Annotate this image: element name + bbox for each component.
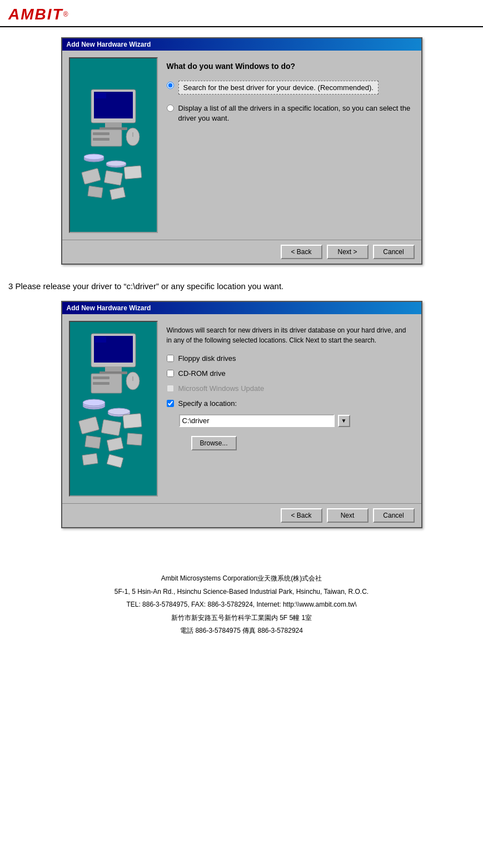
- footer-line-4: 新竹市新安路五号新竹科学工業園内 5F 5幢 1室: [0, 612, 483, 624]
- wizard-dialog-1: Add New Hardware Wizard: [61, 37, 422, 265]
- section-text: 3 Please release your driver to “c:\driv…: [8, 281, 475, 291]
- wizard-content-2: Windows will search for new drivers in i…: [165, 321, 415, 497]
- svg-rect-18: [124, 166, 142, 180]
- svg-rect-40: [84, 435, 101, 448]
- wizard-title-2: Add New Hardware Wizard: [67, 304, 151, 312]
- logo: AMBIT®: [8, 6, 475, 23]
- svg-point-15: [106, 161, 126, 166]
- wizard-titlebar-1: Add New Hardware Wizard: [62, 38, 421, 51]
- footer-line-3: TEL: 886-3-5784975, FAX: 886-3-5782924, …: [0, 599, 483, 611]
- section-description: 3 Please release your driver to “c:\driv…: [8, 281, 283, 291]
- checkbox-cdrom-input[interactable]: [167, 370, 174, 377]
- svg-rect-19: [87, 186, 102, 197]
- checkbox-cdrom: CD-ROM drive: [167, 369, 412, 378]
- back-button-1[interactable]: < Back: [281, 245, 322, 259]
- svg-rect-25: [105, 367, 122, 371]
- svg-point-13: [84, 154, 104, 160]
- svg-rect-29: [93, 382, 109, 385]
- svg-rect-28: [93, 376, 109, 379]
- svg-rect-8: [93, 138, 109, 141]
- wizard-footer-2: < Back Next Cancel: [62, 503, 421, 527]
- svg-point-34: [83, 399, 105, 406]
- footer-line-5: 電話 886-3-5784975 傳真 886-3-5782924: [0, 625, 483, 637]
- footer-line-1: Ambit Microsystems Corporation业天微系统(株)式会…: [0, 573, 483, 585]
- checkbox-cdrom-label: CD-ROM drive: [178, 369, 226, 378]
- radio-list-text: Display a list of all the drivers in a s…: [178, 104, 411, 122]
- radio-display-list[interactable]: [167, 105, 174, 112]
- svg-rect-3: [95, 93, 106, 98]
- checkbox-specify-label: Specify a location:: [178, 399, 237, 408]
- radio-search-text: Search for the best driver for your devi…: [183, 83, 374, 92]
- wizard-dialog-2: Add New Hardware Wizard: [61, 301, 422, 528]
- radio-label-list: Display a list of all the drivers in a s…: [178, 103, 412, 123]
- checkbox-windows-update-input: [167, 385, 174, 392]
- wizard-content-1: What do you want Windows to do? Search f…: [165, 57, 415, 233]
- checkbox-specify-input[interactable]: [167, 400, 174, 407]
- radio-option-1: Search for the best driver for your devi…: [167, 81, 412, 95]
- back-button-2[interactable]: < Back: [281, 508, 322, 523]
- browse-button[interactable]: Browse...: [191, 436, 237, 450]
- svg-point-36: [108, 408, 130, 415]
- dropdown-button[interactable]: ▼: [338, 415, 350, 427]
- wizard-image-2: [69, 321, 158, 497]
- svg-rect-7: [93, 132, 109, 135]
- footer-line-2: 5F-1, 5 Hsin-An Rd., Hsinchu Science-Bas…: [0, 586, 483, 598]
- logo-registered: ®: [63, 11, 69, 18]
- wizard-illustration-2: [74, 325, 152, 492]
- browse-area: Browse...: [179, 431, 412, 450]
- next-button-1[interactable]: Next >: [327, 245, 369, 259]
- svg-rect-43: [82, 453, 97, 465]
- svg-rect-24: [95, 337, 106, 343]
- svg-rect-38: [101, 419, 121, 435]
- wizard-body-2: Windows will search for new drivers in i…: [62, 314, 421, 503]
- logo-area: AMBIT®: [0, 0, 483, 27]
- checkbox-specify: Specify a location:: [167, 399, 412, 408]
- footer-area: Ambit Microsystems Corporation业天微系统(株)式会…: [0, 573, 483, 655]
- checkbox-windows-update-label: Microsoft Windows Update: [178, 384, 265, 393]
- cancel-button-2[interactable]: Cancel: [373, 508, 415, 523]
- svg-rect-39: [123, 414, 142, 429]
- wizard-titlebar-2: Add New Hardware Wizard: [62, 302, 421, 314]
- wizard-question: What do you want Windows to do?: [167, 62, 412, 71]
- location-row: ▼: [179, 414, 412, 427]
- cancel-button-1[interactable]: Cancel: [373, 245, 415, 259]
- svg-rect-42: [127, 433, 142, 445]
- wizard-body-1: What do you want Windows to do? Search f…: [62, 51, 421, 240]
- logo-text: AMBIT: [8, 6, 63, 23]
- wizard-title-1: Add New Hardware Wizard: [67, 41, 151, 48]
- svg-rect-4: [105, 123, 122, 127]
- wizard-image-1: [69, 57, 158, 233]
- wizard-illustration-1: [74, 84, 152, 206]
- svg-rect-17: [104, 171, 122, 186]
- radio-label-search: Search for the best driver for your devi…: [178, 81, 379, 95]
- wizard-description: Windows will search for new drivers in i…: [167, 325, 412, 345]
- checkbox-windows-update: Microsoft Windows Update: [167, 384, 412, 393]
- radio-option-2: Display a list of all the drivers in a s…: [167, 103, 412, 123]
- location-input[interactable]: [179, 414, 335, 427]
- checkbox-floppy: Floppy disk drives: [167, 354, 412, 363]
- checkbox-floppy-label: Floppy disk drives: [178, 354, 236, 363]
- next-button-2[interactable]: Next: [327, 508, 369, 523]
- radio-search[interactable]: [167, 82, 174, 89]
- checkbox-floppy-input[interactable]: [167, 355, 174, 362]
- wizard-footer-1: < Back Next > Cancel: [62, 240, 421, 264]
